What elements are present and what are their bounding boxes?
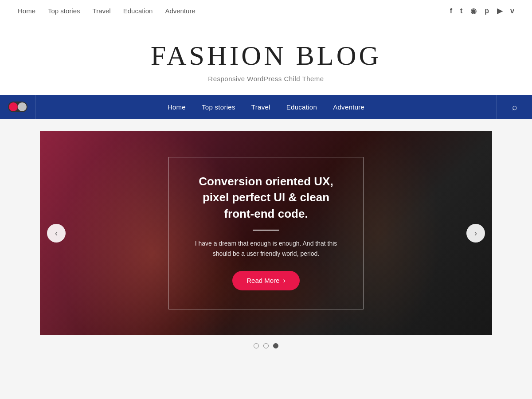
youtube-icon[interactable]: ▶ [497, 7, 502, 15]
slider-dot-2[interactable] [263, 343, 269, 348]
site-header: FASHION BLOG Responsive WordPress Child … [0, 22, 532, 95]
chevron-right-icon: › [474, 229, 477, 238]
theme-toggle[interactable] [0, 95, 35, 119]
slider-divider [253, 230, 279, 231]
read-more-button[interactable]: Read More › [232, 271, 300, 290]
blue-nav-home[interactable]: Home [168, 103, 186, 111]
top-nav-top-stories[interactable]: Top stories [48, 7, 80, 15]
top-navigation: Home Top stories Travel Education Advent… [0, 0, 532, 22]
facebook-icon[interactable]: f [450, 7, 452, 15]
site-subtitle: Responsive WordPress Child Theme [9, 75, 523, 82]
toggle-dot-right [18, 102, 27, 111]
top-nav-education[interactable]: Education [123, 7, 153, 15]
chevron-left-icon: ‹ [55, 229, 58, 238]
twitter-icon[interactable]: t [460, 7, 462, 15]
read-more-label: Read More [246, 277, 279, 284]
slider-subtext: I have a dream that enough is enough. An… [191, 239, 341, 258]
blue-nav-adventure[interactable]: Adventure [333, 103, 364, 111]
social-icons: f t ◉ p ▶ v [450, 7, 514, 15]
vimeo-icon[interactable]: v [510, 7, 514, 15]
blue-nav-travel[interactable]: Travel [251, 103, 270, 111]
slider-heading: Conversion oriented UX, pixel perfect UI… [191, 173, 341, 222]
instagram-icon[interactable]: ◉ [470, 7, 477, 15]
slider-prev-button[interactable]: ‹ [47, 224, 66, 243]
top-nav-adventure[interactable]: Adventure [165, 7, 195, 15]
hero-slider: Conversion oriented UX, pixel perfect UI… [40, 131, 492, 335]
blue-navigation: Home Top stories Travel Education Advent… [0, 95, 532, 119]
top-nav-home[interactable]: Home [18, 7, 35, 15]
slider-dot-1[interactable] [254, 343, 259, 348]
toggle-dot-left [9, 102, 18, 111]
pinterest-icon[interactable]: p [485, 7, 489, 15]
slider-content-box: Conversion oriented UX, pixel perfect UI… [168, 157, 364, 309]
top-nav-links: Home Top stories Travel Education Advent… [18, 7, 196, 15]
search-button[interactable]: ⌕ [497, 95, 532, 119]
toggle-switch[interactable] [8, 102, 27, 112]
site-title: FASHION BLOG [9, 40, 523, 71]
blue-nav-education[interactable]: Education [286, 103, 317, 111]
slider-next-button[interactable]: › [466, 224, 485, 243]
slider-dot-3[interactable] [273, 343, 278, 348]
blue-nav-top-stories[interactable]: Top stories [202, 103, 235, 111]
arrow-right-icon: › [283, 277, 285, 285]
top-nav-travel[interactable]: Travel [93, 7, 111, 15]
blue-nav-links: Home Top stories Travel Education Advent… [35, 103, 497, 111]
slider-dots [0, 335, 532, 353]
search-icon: ⌕ [512, 102, 517, 112]
